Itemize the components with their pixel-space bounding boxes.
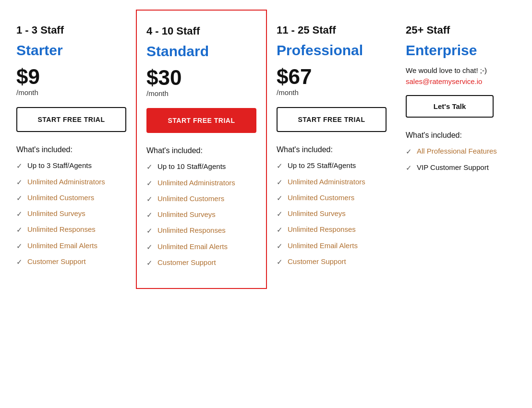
enterprise-plan-name: Enterprise <box>406 42 516 59</box>
list-item: ✓Unlimited Customers <box>277 193 387 203</box>
check-icon: ✓ <box>146 258 153 268</box>
plan-enterprise: 25+ Staff Enterprise We would love to ch… <box>396 10 525 289</box>
feature-text: Unlimited Customers <box>27 193 94 203</box>
feature-text: Unlimited Customers <box>288 193 354 203</box>
feature-text: Unlimited Customers <box>157 194 224 204</box>
feature-text: Unlimited Responses <box>27 225 96 234</box>
check-icon: ✓ <box>406 163 412 173</box>
starter-staff-range: 1 - 3 Staff <box>16 24 126 36</box>
enterprise-cta-button[interactable]: Let's Talk <box>406 95 494 118</box>
standard-plan-name: Standard <box>146 43 256 60</box>
check-icon: ✓ <box>16 178 23 187</box>
standard-feature-list: ✓Up to 10 Staff/Agents ✓Unlimited Admini… <box>146 162 256 268</box>
check-icon: ✓ <box>16 225 23 235</box>
list-item: ✓All Professional Features <box>406 146 516 156</box>
list-item: ✓Unlimited Email Alerts <box>146 242 256 252</box>
check-icon: ✓ <box>146 162 153 172</box>
standard-staff-range: 4 - 10 Staff <box>146 25 256 37</box>
check-icon: ✓ <box>146 179 153 188</box>
check-icon: ✓ <box>16 241 23 251</box>
professional-period: /month <box>277 88 387 96</box>
professional-price: $67 <box>277 66 387 87</box>
starter-period: /month <box>16 88 126 96</box>
check-icon: ✓ <box>16 257 23 267</box>
enterprise-included-label: What's included: <box>406 131 516 140</box>
check-icon: ✓ <box>277 193 283 203</box>
enterprise-staff-range: 25+ Staff <box>406 24 516 36</box>
starter-price: $9 <box>16 66 126 87</box>
list-item: ✓Unlimited Customers <box>146 194 256 204</box>
feature-text: Customer Support <box>288 257 346 266</box>
feature-text: Unlimited Administrators <box>27 177 105 187</box>
feature-text: Unlimited Surveys <box>27 209 85 218</box>
list-item: ✓Unlimited Surveys <box>277 209 387 219</box>
list-item: ✓Unlimited Responses <box>277 225 387 235</box>
standard-cta-button[interactable]: START FREE TRIAL <box>146 108 256 133</box>
standard-period: /month <box>146 89 256 97</box>
feature-text: Unlimited Administrators <box>157 178 235 188</box>
list-item: ✓Customer Support <box>16 257 126 267</box>
feature-text: Unlimited Email Alerts <box>288 241 358 251</box>
feature-text: Unlimited Surveys <box>157 210 216 219</box>
check-icon: ✓ <box>146 210 153 220</box>
starter-plan-name: Starter <box>16 42 126 59</box>
feature-text: Unlimited Email Alerts <box>157 242 228 252</box>
check-icon: ✓ <box>277 161 283 171</box>
list-item: ✓Unlimited Responses <box>16 225 126 235</box>
list-item: ✓Unlimited Email Alerts <box>16 241 126 251</box>
check-icon: ✓ <box>277 241 283 251</box>
feature-text: Up to 3 Staff/Agents <box>27 161 92 170</box>
list-item: ✓Up to 3 Staff/Agents <box>16 161 126 171</box>
check-icon: ✓ <box>406 147 412 156</box>
feature-text: Unlimited Responses <box>288 225 356 234</box>
plan-starter: 1 - 3 Staff Starter $9 /month START FREE… <box>7 10 136 289</box>
list-item: ✓Up to 10 Staff/Agents <box>146 162 256 172</box>
check-icon: ✓ <box>146 194 153 204</box>
enterprise-email[interactable]: sales@ratemyservice.io <box>406 77 516 85</box>
plan-standard: 4 - 10 Staff Standard $30 /month START F… <box>136 10 267 289</box>
feature-text: Unlimited Administrators <box>288 177 365 187</box>
list-item: ✓Unlimited Surveys <box>16 209 126 219</box>
list-item: ✓Up to 25 Staff/Agents <box>277 161 387 171</box>
feature-text: Customer Support <box>157 258 216 267</box>
enterprise-chat-text: We would love to chat! ;-) <box>406 66 516 74</box>
professional-included-label: What's included: <box>277 145 387 154</box>
feature-text: Up to 10 Staff/Agents <box>157 162 226 171</box>
standard-price: $30 <box>146 67 256 88</box>
list-item: ✓VIP Customer Support <box>406 163 516 173</box>
check-icon: ✓ <box>277 225 283 235</box>
list-item: ✓Unlimited Customers <box>16 193 126 203</box>
feature-text: Unlimited Surveys <box>288 209 346 218</box>
list-item: ✓Unlimited Email Alerts <box>277 241 387 251</box>
feature-text: Up to 25 Staff/Agents <box>288 161 356 170</box>
check-icon: ✓ <box>16 193 23 203</box>
check-icon: ✓ <box>277 178 283 187</box>
plan-professional: 11 - 25 Staff Professional $67 /month ST… <box>267 10 396 289</box>
list-item: ✓Unlimited Administrators <box>277 177 387 187</box>
list-item: ✓Customer Support <box>277 257 387 267</box>
feature-text: Customer Support <box>27 257 86 266</box>
starter-cta-button[interactable]: START FREE TRIAL <box>16 107 126 132</box>
check-icon: ✓ <box>146 242 153 252</box>
list-item: ✓Unlimited Administrators <box>16 177 126 187</box>
check-icon: ✓ <box>16 209 23 219</box>
professional-staff-range: 11 - 25 Staff <box>277 24 387 36</box>
starter-included-label: What's included: <box>16 145 126 154</box>
check-icon: ✓ <box>16 161 23 171</box>
check-icon: ✓ <box>146 226 153 236</box>
list-item: ✓Unlimited Administrators <box>146 178 256 188</box>
check-icon: ✓ <box>277 209 283 219</box>
starter-feature-list: ✓Up to 3 Staff/Agents ✓Unlimited Adminis… <box>16 161 126 267</box>
check-icon: ✓ <box>277 257 283 267</box>
feature-text: Unlimited Email Alerts <box>27 241 97 251</box>
list-item: ✓Unlimited Responses <box>146 226 256 236</box>
pricing-table: 1 - 3 Staff Starter $9 /month START FREE… <box>7 10 525 289</box>
professional-cta-button[interactable]: START FREE TRIAL <box>277 107 387 132</box>
feature-text: Unlimited Responses <box>157 226 226 235</box>
professional-plan-name: Professional <box>277 42 387 59</box>
standard-included-label: What's included: <box>146 146 256 155</box>
feature-text: All Professional Features <box>417 146 497 156</box>
professional-feature-list: ✓Up to 25 Staff/Agents ✓Unlimited Admini… <box>277 161 387 267</box>
enterprise-feature-list: ✓All Professional Features ✓VIP Customer… <box>406 146 516 173</box>
feature-text: VIP Customer Support <box>417 163 489 172</box>
